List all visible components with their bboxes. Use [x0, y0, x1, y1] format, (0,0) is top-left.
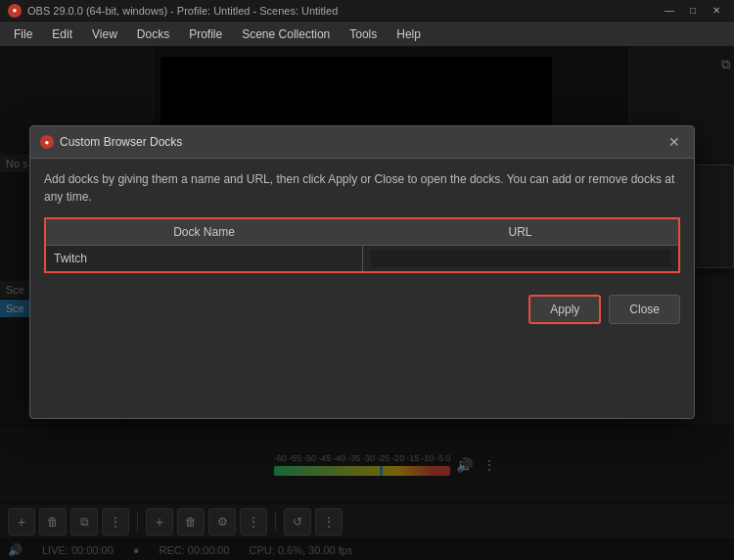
- close-dialog-button[interactable]: Close: [609, 295, 680, 324]
- url-input[interactable]: [371, 250, 671, 267]
- dialog-title: Custom Browser Docks: [60, 135, 182, 149]
- menu-edit[interactable]: Edit: [42, 25, 82, 43]
- menu-scene-collection[interactable]: Scene Collection: [232, 25, 340, 43]
- title-bar-text: OBS 29.0.0 (64-bit, windows) - Profile: …: [27, 5, 338, 17]
- url-cell[interactable]: [362, 246, 679, 273]
- title-bar-controls[interactable]: — □ ✕: [660, 4, 726, 18]
- dialog-title-bar: ● Custom Browser Docks ✕: [30, 126, 694, 159]
- maximize-button[interactable]: □: [683, 4, 703, 18]
- dialog-body: Add docks by giving them a name and URL,…: [30, 159, 694, 285]
- obs-icon: ●: [8, 4, 22, 18]
- apply-button[interactable]: Apply: [528, 295, 601, 324]
- close-button[interactable]: ✕: [707, 4, 726, 18]
- menu-profile[interactable]: Profile: [179, 25, 232, 43]
- title-bar: ● OBS 29.0.0 (64-bit, windows) - Profile…: [0, 0, 734, 22]
- menu-docks[interactable]: Docks: [127, 25, 179, 43]
- dialog-icon: ●: [40, 135, 54, 149]
- menu-help[interactable]: Help: [387, 25, 431, 43]
- menu-view[interactable]: View: [82, 25, 127, 43]
- dock-table: Dock Name URL Twitch: [44, 217, 680, 273]
- menu-file[interactable]: File: [4, 25, 42, 43]
- dialog-close-icon[interactable]: ✕: [665, 132, 684, 152]
- dialog-description: Add docks by giving them a name and URL,…: [44, 170, 680, 206]
- dialog-footer: Apply Close: [30, 285, 694, 334]
- table-row: Twitch: [45, 246, 679, 273]
- url-header: URL: [362, 218, 679, 246]
- dock-name-header: Dock Name: [45, 218, 362, 246]
- main-content: ⧉ No s Sce Sce ⧉ rt Virtual Cam Studio M…: [0, 47, 734, 560]
- menu-bar: File Edit View Docks Profile Scene Colle…: [0, 22, 734, 47]
- menu-tools[interactable]: Tools: [340, 25, 387, 43]
- dock-name-cell: Twitch: [45, 246, 362, 273]
- custom-browser-docks-dialog: ● Custom Browser Docks ✕ Add docks by gi…: [29, 125, 695, 419]
- dialog-overlay: ● Custom Browser Docks ✕ Add docks by gi…: [0, 47, 734, 560]
- title-bar-left: ● OBS 29.0.0 (64-bit, windows) - Profile…: [8, 4, 338, 18]
- minimize-button[interactable]: —: [660, 4, 679, 18]
